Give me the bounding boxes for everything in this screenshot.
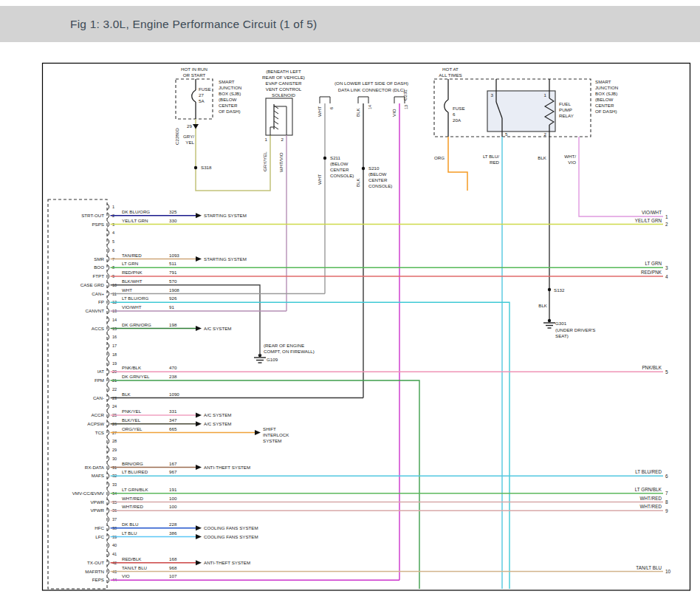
svg-text:CENTER: CENTER [330,167,349,172]
svg-text:18: 18 [112,352,117,357]
svg-text:100: 100 [169,504,177,509]
svg-text:C231: C231 [402,89,408,100]
svg-text:RED: RED [490,160,500,165]
svg-text:JUNCTION: JUNCTION [595,85,618,90]
svg-text:WHT/RED: WHT/RED [640,504,662,509]
svg-text:4: 4 [112,230,114,235]
svg-text:RED/BLK: RED/BLK [122,556,142,561]
svg-text:VIO/WHT: VIO/WHT [122,304,142,310]
svg-text:WHT/VIO: WHT/VIO [278,152,284,172]
svg-text:FUSE: FUSE [453,106,465,111]
svg-text:ALL TIMES: ALL TIMES [439,72,461,78]
svg-text:YEL/LT GRN: YEL/LT GRN [122,218,148,223]
svg-text:29: 29 [112,448,117,452]
svg-text:VPWR: VPWR [90,499,104,505]
svg-text:29: 29 [187,123,192,129]
svg-text:BOX (SJB): BOX (SJB) [595,91,617,96]
svg-text:2: 2 [281,137,284,142]
svg-text:STARTING SYSTEM: STARTING SYSTEM [204,213,247,218]
svg-text:926: 926 [169,296,177,301]
svg-text:ANTI-THEFT SYSTEM: ANTI-THEFT SYSTEM [204,560,250,565]
svg-text:BLK/WHT: BLK/WHT [122,279,143,284]
svg-text:386: 386 [169,530,177,536]
svg-text:TAN/RED: TAN/RED [122,253,142,258]
svg-text:33: 33 [112,482,117,487]
svg-text:PSPS: PSPS [92,222,104,227]
svg-text:SMR: SMR [94,256,104,262]
svg-text:511: 511 [169,261,176,266]
svg-text:CONSOLE): CONSOLE) [368,183,392,188]
svg-text:24: 24 [112,404,117,409]
svg-text:RED/PNK: RED/PNK [641,270,662,275]
svg-text:ORG: ORG [434,155,445,160]
svg-text:5: 5 [505,131,508,137]
svg-text:TX-OUT: TX-OUT [87,560,104,565]
svg-text:(ON LOWER LEFT SIDE OF DASH): (ON LOWER LEFT SIDE OF DASH) [334,81,408,86]
svg-text:DK GRN/YEL: DK GRN/YEL [122,374,150,379]
wiring-diagram: HOT IN RUNOR STARTFUSE275ASMARTJUNCTIONB… [0,0,700,608]
svg-text:RELAY: RELAY [559,113,574,118]
svg-text:330: 330 [169,218,177,223]
svg-text:LT BLU/RED: LT BLU/RED [122,469,148,474]
svg-text:VMV-CC/EVMV: VMV-CC/EVMV [72,491,105,496]
svg-text:3: 3 [665,265,668,270]
svg-text:ACPSW: ACPSW [87,421,104,426]
svg-text:REAR OF VEHICLE): REAR OF VEHICLE) [262,75,305,80]
svg-text:1: 1 [265,137,268,142]
svg-text:BOO: BOO [94,264,104,270]
svg-text:WHT: WHT [317,106,322,117]
svg-text:VIO: VIO [568,160,576,165]
svg-text:PNK/YEL: PNK/YEL [122,409,142,414]
svg-text:SYSTEM: SYSTEM [263,438,281,443]
fuse-27-block: HOT IN RUNOR STARTFUSE275ASMARTJUNCTIONB… [174,66,270,191]
svg-text:LT BLU/ORG: LT BLU/ORG [122,296,148,301]
svg-text:665: 665 [169,426,177,431]
svg-text:LFC: LFC [95,534,104,539]
svg-text:HOT AT: HOT AT [442,66,459,72]
svg-text:167: 167 [169,461,177,466]
svg-text:LT GRN: LT GRN [122,261,138,266]
svg-text:BOX (SJB): BOX (SJB) [219,91,241,96]
svg-text:37: 37 [112,517,117,522]
svg-text:TAN/LT BLU: TAN/LT BLU [636,565,662,570]
svg-text:28: 28 [112,439,117,443]
svg-text:1093: 1093 [169,253,179,258]
svg-text:VENT CONTROL: VENT CONTROL [266,86,302,92]
svg-text:WHT/RED: WHT/RED [122,496,143,501]
svg-text:BLK: BLK [355,177,360,187]
svg-text:347: 347 [169,417,177,423]
svg-text:10: 10 [665,569,671,574]
svg-text:DATA LINK CONNECTOR (DLC): DATA LINK CONNECTOR (DLC) [338,87,405,92]
svg-text:1: 1 [112,205,114,209]
svg-text:YEL/LT GRN: YEL/LT GRN [635,218,662,223]
svg-text:1: 1 [544,92,547,98]
svg-text:BLK: BLK [538,303,548,308]
svg-text:30: 30 [112,457,117,461]
svg-text:2: 2 [544,131,547,137]
svg-text:791: 791 [169,270,177,275]
svg-text:22: 22 [112,387,117,392]
svg-text:LT GRN: LT GRN [645,261,662,266]
svg-text:968: 968 [169,565,177,570]
svg-text:16: 16 [112,335,117,339]
svg-text:A/C SYSTEM: A/C SYSTEM [204,412,231,417]
svg-text:100: 100 [169,496,177,501]
svg-text:FUEL: FUEL [559,101,571,106]
svg-text:IAT: IAT [97,369,104,374]
edge-continuations: VIO/WHT1YEL/LT GRN2LT GRN3RED/PNK4PNK/BL… [635,210,671,574]
svg-text:13: 13 [404,105,408,109]
svg-text:3: 3 [491,92,494,98]
svg-text:VIO: VIO [122,573,130,578]
svg-text:FTPT: FTPT [93,273,105,279]
svg-text:168: 168 [169,556,177,561]
svg-text:PNK/BLK: PNK/BLK [122,365,142,370]
svg-text:8: 8 [665,499,668,505]
svg-text:CAN-: CAN- [93,395,104,400]
svg-text:G301: G301 [555,321,567,326]
svg-text:ORG/YEL: ORG/YEL [122,426,143,431]
svg-text:WHT/RED: WHT/RED [122,504,143,509]
svg-text:19: 19 [112,361,117,366]
svg-text:C2280D: C2280D [174,128,179,145]
svg-text:7: 7 [665,491,668,496]
svg-text:5A: 5A [199,98,205,103]
